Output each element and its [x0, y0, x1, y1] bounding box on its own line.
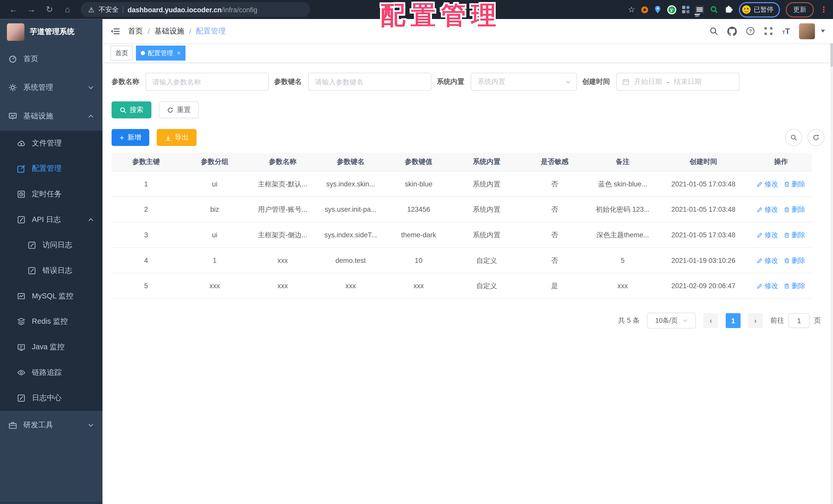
system-builtin-select[interactable]: 系统内置 — [471, 73, 577, 91]
collapse-sidebar-icon[interactable] — [111, 27, 120, 35]
edit-link[interactable]: 修改 — [757, 205, 778, 214]
fullscreen-icon[interactable] — [764, 27, 773, 35]
toggle-search-button[interactable] — [785, 129, 802, 146]
paused-label: 已暂停 — [754, 5, 774, 14]
refresh-table-button[interactable] — [807, 129, 824, 146]
sidebar-item-system[interactable]: 系统管理 — [0, 73, 103, 102]
cell: 系统内置 — [453, 230, 521, 240]
briefcase-icon — [8, 421, 17, 429]
profile-paused-chip[interactable]: 已暂停 — [739, 2, 780, 17]
sidebar-item-label: 配置管理 — [32, 164, 62, 173]
tab-close-icon[interactable]: × — [177, 50, 181, 56]
breadcrumb-separator: / — [148, 27, 150, 35]
user-dropdown-caret-icon[interactable] — [821, 30, 825, 32]
sidebar-item-dev-tools[interactable]: 研发工具 — [0, 411, 103, 439]
column-header: 参数名称 — [249, 157, 317, 167]
address-bar[interactable]: ⚠ 不安全 dashboard.yudao.iocoder.cn/infra/c… — [81, 2, 310, 17]
app-logo-row[interactable]: 芋道管理系统 — [0, 19, 103, 45]
extension-grid-icon[interactable] — [682, 6, 689, 13]
dashboard-icon — [8, 55, 17, 63]
edit-icon — [757, 232, 763, 238]
cell: 否 — [521, 205, 589, 214]
sidebar-item-trace[interactable]: 链路追踪 — [0, 360, 103, 385]
cell: 2021-01-05 17:03:48 — [657, 180, 750, 188]
sidebar-item-java-monitor[interactable]: Java 监控 — [0, 334, 103, 360]
svg-text:?: ? — [749, 28, 752, 34]
github-icon[interactable] — [728, 26, 737, 36]
reset-button[interactable]: 重置 — [159, 101, 199, 118]
delete-link[interactable]: 删除 — [784, 205, 805, 214]
update-button[interactable]: 更新 — [786, 2, 814, 17]
cell: 否 — [521, 256, 589, 265]
page-size-select[interactable]: 10条/页 — [647, 313, 696, 329]
sidebar-item-config-management[interactable]: 配置管理 — [0, 156, 103, 181]
date-range-picker[interactable]: 开始日期 - 结束日期 — [616, 73, 740, 91]
trash-icon — [784, 232, 790, 238]
browser-home-icon[interactable]: ⌂ — [60, 0, 75, 19]
cell: 自定义 — [453, 281, 521, 291]
cell: sys.user.init-pa... — [316, 205, 385, 213]
sidebar-item-label: Redis 监控 — [32, 317, 68, 326]
sidebar-item-infrastructure[interactable]: 基础设施 — [0, 102, 103, 131]
current-page-button[interactable]: 1 — [726, 313, 741, 328]
add-button[interactable]: + 新增 — [112, 129, 149, 146]
delete-link[interactable]: 删除 — [784, 230, 805, 240]
sidebar-item-mysql-monitor[interactable]: MySQL 监控 — [0, 283, 103, 309]
extensions-puzzle-icon[interactable] — [724, 5, 733, 14]
edit-icon — [757, 257, 763, 263]
search-icon[interactable] — [709, 27, 718, 35]
page-scrollbar[interactable] — [830, 19, 833, 504]
edit-link[interactable]: 修改 — [757, 256, 778, 265]
sidebar-item-access-log[interactable]: 访问日志 — [0, 232, 103, 258]
delete-link[interactable]: 删除 — [784, 179, 805, 189]
export-button[interactable]: 导出 — [157, 129, 196, 146]
param-name-input[interactable] — [146, 73, 269, 91]
sidebar-item-label: 首页 — [23, 54, 38, 64]
browser-back-icon[interactable]: ← — [5, 0, 21, 19]
header-actions: ? TT — [709, 23, 825, 39]
delete-link[interactable]: 删除 — [784, 256, 805, 265]
cell: 用户管理-账号... — [249, 205, 317, 214]
breadcrumb-infrastructure[interactable]: 基础设施 — [154, 26, 184, 36]
sidebar-item-label: 基础设施 — [23, 111, 53, 121]
sidebar-scrollbar[interactable] — [0, 502, 103, 504]
chevron-up-icon — [88, 217, 94, 223]
sidebar-item-label: 错误日志 — [43, 266, 72, 275]
tab-home[interactable]: 首页 — [111, 46, 133, 60]
sidebar-item-api-log[interactable]: API 日志 — [0, 207, 103, 233]
sidebar-item-scheduled-tasks[interactable]: 定时任务 — [0, 181, 103, 207]
delete-link[interactable]: 删除 — [784, 281, 805, 291]
extension-pin-icon[interactable] — [653, 5, 661, 14]
extension-on-icon[interactable]: on — [695, 6, 704, 13]
help-icon[interactable]: ? — [746, 27, 755, 35]
sidebar-item-log-center[interactable]: 日志中心 — [0, 385, 103, 411]
param-key-input[interactable] — [308, 73, 431, 91]
edit-square-icon — [17, 165, 25, 173]
cell: 系统内置 — [453, 179, 521, 189]
bookmark-star-icon[interactable]: ☆ — [628, 5, 635, 14]
sidebar-item-redis-monitor[interactable]: Redis 监控 — [0, 309, 103, 334]
browser-menu-icon[interactable]: ⋮ — [820, 5, 828, 14]
extension-orange-ring-icon[interactable] — [641, 6, 648, 13]
sidebar-item-home[interactable]: 首页 — [0, 45, 103, 73]
sidebar-item-error-log[interactable]: 错误日志 — [0, 258, 103, 283]
cell: 初始化密码 123... — [589, 205, 657, 214]
edit-link[interactable]: 修改 — [757, 281, 778, 291]
browser-forward-icon[interactable]: → — [23, 0, 39, 19]
avatar[interactable] — [799, 23, 815, 39]
goto-page-input[interactable] — [788, 313, 810, 328]
breadcrumb-home[interactable]: 首页 — [128, 26, 143, 36]
font-size-icon[interactable]: TT — [782, 27, 790, 35]
extension-y-icon[interactable]: y — [667, 5, 676, 14]
edit-link[interactable]: 修改 — [757, 179, 778, 189]
search-button[interactable]: 搜索 — [112, 101, 151, 118]
browser-reload-icon[interactable]: ↻ — [42, 0, 57, 19]
tab-config-management[interactable]: 配置管理 × — [136, 46, 185, 60]
extension-magnifier-icon[interactable] — [709, 5, 718, 14]
sidebar-item-file-management[interactable]: 文件管理 — [0, 131, 103, 156]
edit-link[interactable]: 修改 — [757, 230, 778, 240]
doc-edit-icon — [17, 394, 25, 402]
next-page-button[interactable]: › — [748, 313, 763, 328]
table-row: 3 ui 主框架页-侧边... sys.index.sideT... theme… — [112, 223, 812, 248]
prev-page-button[interactable]: ‹ — [703, 313, 718, 328]
